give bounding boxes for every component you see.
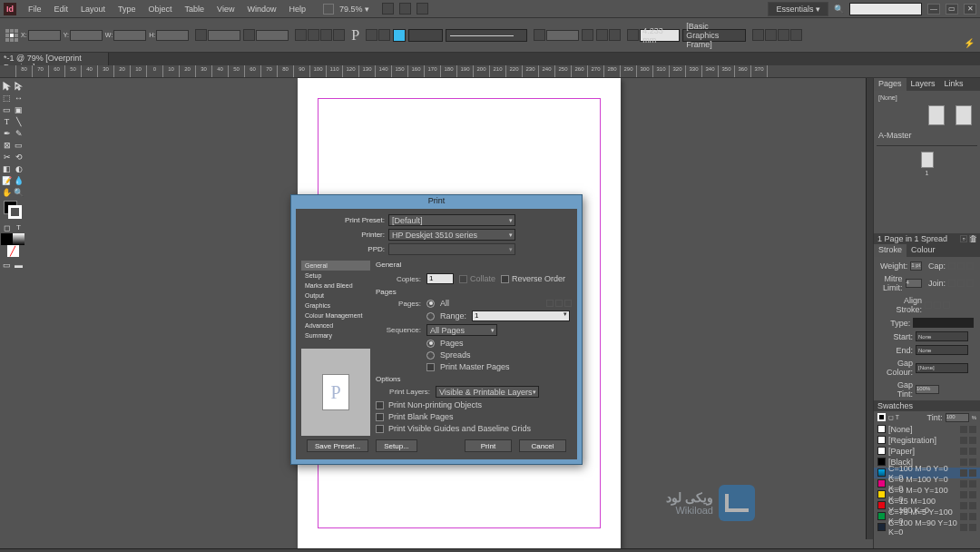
ruler-horizontal[interactable]: 8070605040302010010203040506070809010011…: [0, 65, 980, 78]
rectangle-frame-tool-icon[interactable]: ⊠: [1, 139, 13, 151]
swatch-row[interactable]: [Registration]: [874, 435, 980, 446]
menu-layout[interactable]: Layout: [74, 2, 112, 16]
y-field[interactable]: [70, 30, 103, 41]
close-button[interactable]: ✕: [964, 4, 976, 15]
selection-tool-icon[interactable]: [1, 80, 13, 92]
menu-object[interactable]: Object: [142, 2, 179, 16]
effects-icon[interactable]: [534, 29, 545, 41]
document-tab[interactable]: *-1 @ 79% [Overprint Preview]: [0, 53, 109, 65]
flip-v-icon[interactable]: [333, 29, 345, 41]
wrap2-icon[interactable]: [609, 29, 621, 41]
gradient-feather-tool-icon[interactable]: ◐: [13, 163, 24, 174]
dialog-category-general[interactable]: General: [301, 261, 370, 271]
spreads-option-radio[interactable]: [426, 351, 435, 360]
stroke-weight-field[interactable]: 1 pt: [910, 261, 922, 271]
swatch-row[interactable]: C=100 M=90 Y=10 K=0: [874, 522, 980, 533]
join-miter-icon[interactable]: [948, 280, 956, 287]
minimize-button[interactable]: —: [927, 4, 940, 15]
none-master-item[interactable]: [None]: [877, 94, 977, 102]
tab-colour[interactable]: Colour: [906, 244, 940, 257]
default-fill-stroke-icon[interactable]: ◻: [1, 222, 13, 233]
screen-mode-icon[interactable]: [323, 4, 334, 15]
print-layers-dropdown[interactable]: Visible & Printable Layers: [436, 386, 539, 398]
corner-icon[interactable]: [627, 29, 639, 41]
printer-dropdown[interactable]: HP Deskjet 3510 series: [388, 229, 515, 241]
fit-frame-icon[interactable]: [765, 29, 777, 41]
content-collector-icon[interactable]: ▭: [1, 104, 13, 115]
tab-pages[interactable]: Pages: [874, 78, 906, 91]
pages-range-radio[interactable]: [426, 312, 435, 320]
direct-selection-tool-icon[interactable]: [13, 80, 24, 92]
drop-shadow-icon[interactable]: [582, 29, 593, 41]
type-tool-icon[interactable]: T: [1, 115, 13, 127]
reverse-order-checkbox[interactable]: Reverse Order: [501, 274, 565, 283]
save-preset-button[interactable]: Save Preset...: [307, 439, 368, 452]
stroke-weight-dropdown[interactable]: [408, 29, 443, 42]
page-1-thumb[interactable]: [921, 152, 934, 168]
apply-none-icon[interactable]: ╱: [7, 245, 19, 257]
cancel-button[interactable]: Cancel: [519, 439, 566, 452]
workspace-switcher[interactable]: Essentials ▾: [768, 2, 828, 16]
formatting-text-icon[interactable]: T: [13, 222, 24, 233]
fill-frame-icon[interactable]: [778, 29, 789, 41]
maximize-button[interactable]: ▭: [946, 4, 958, 15]
miter-field[interactable]: 4: [906, 279, 922, 288]
tab-layers[interactable]: Layers: [906, 78, 940, 91]
cap-butt-icon[interactable]: [948, 262, 956, 270]
gradient-swatch-tool-icon[interactable]: ◧: [1, 163, 13, 174]
dialog-category-advanced[interactable]: Advanced: [301, 320, 370, 330]
pencil-tool-icon[interactable]: ✎: [13, 127, 24, 139]
menu-help[interactable]: Help: [282, 2, 312, 16]
note-tool-icon[interactable]: 📝: [1, 174, 13, 186]
fill-stroke-swatch[interactable]: [4, 201, 22, 219]
print-master-checkbox[interactable]: [426, 363, 435, 371]
screen-icon[interactable]: [416, 3, 428, 15]
setup-button[interactable]: Setup...: [376, 439, 417, 452]
gap-colour-dropdown[interactable]: [None]: [916, 363, 968, 373]
h-field[interactable]: [156, 30, 189, 41]
w-field[interactable]: [113, 30, 146, 41]
menu-view[interactable]: View: [211, 2, 240, 16]
align-stroke-outside-icon[interactable]: [943, 301, 950, 309]
page-range-icon-2[interactable]: [555, 300, 563, 307]
pages-all-radio[interactable]: [426, 300, 435, 308]
tint-field[interactable]: 100: [946, 413, 969, 422]
preview-view-icon[interactable]: ▬: [13, 259, 24, 271]
align-stroke-inside-icon[interactable]: [934, 301, 941, 309]
master-thumb-left[interactable]: [928, 105, 945, 125]
cap-round-icon[interactable]: [957, 262, 965, 270]
zoom-dropdown[interactable]: 79.5%▾: [323, 4, 369, 15]
stroke-start-dropdown[interactable]: None: [916, 331, 968, 341]
dialog-category-colour-management[interactable]: Colour Management: [301, 310, 370, 320]
line-tool-icon[interactable]: ╲: [13, 115, 24, 127]
opacity-field[interactable]: [546, 30, 579, 41]
rotate-cw-icon[interactable]: [308, 29, 319, 41]
center-content-icon[interactable]: [790, 29, 802, 41]
x-field[interactable]: [28, 30, 61, 41]
tab-stroke[interactable]: Stroke: [874, 244, 906, 257]
menu-file[interactable]: File: [22, 2, 48, 16]
flip-h-icon[interactable]: [320, 29, 332, 41]
dialog-category-output[interactable]: Output: [301, 291, 370, 301]
visible-guides-checkbox[interactable]: [376, 425, 384, 433]
rectangle-tool-icon[interactable]: ▭: [13, 139, 24, 151]
fill-swatch[interactable]: [393, 29, 406, 42]
dialog-category-marks-and-bleed[interactable]: Marks and Bleed: [301, 281, 370, 291]
rotate-field[interactable]: [256, 30, 289, 41]
view-option-icon[interactable]: [382, 3, 394, 15]
stroke-type-dropdown[interactable]: [913, 318, 974, 328]
dialog-category-graphics[interactable]: Graphics: [301, 301, 370, 310]
pages-option-radio[interactable]: [426, 340, 435, 348]
scale-x-field[interactable]: [208, 30, 240, 41]
object-style-dropdown[interactable]: [Basic Graphics Frame]: [682, 29, 746, 42]
a-master-label[interactable]: A-Master: [877, 129, 977, 145]
menu-window[interactable]: Window: [240, 2, 282, 16]
normal-view-icon[interactable]: ▭: [1, 259, 13, 271]
content-placer-icon[interactable]: ▣: [13, 104, 24, 115]
menu-type[interactable]: Type: [112, 2, 142, 16]
join-round-icon[interactable]: [957, 280, 965, 287]
eyedropper-tool-icon[interactable]: 💧: [13, 174, 24, 186]
stroke-style-dropdown[interactable]: [446, 29, 527, 42]
pen-tool-icon[interactable]: ✒: [1, 127, 13, 139]
menu-table[interactable]: Table: [179, 2, 211, 16]
